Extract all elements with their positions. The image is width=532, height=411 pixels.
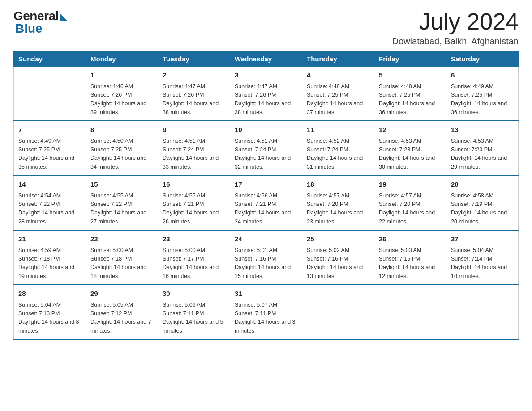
calendar-week-row: 21Sunrise: 4:59 AMSunset: 7:18 PMDayligh… xyxy=(14,230,519,285)
calendar-day-6: 6Sunrise: 4:49 AMSunset: 7:25 PMDaylight… xyxy=(446,67,519,121)
calendar-day-11: 11Sunrise: 4:52 AMSunset: 7:24 PMDayligh… xyxy=(302,121,374,176)
calendar-day-12: 12Sunrise: 4:53 AMSunset: 7:23 PMDayligh… xyxy=(374,121,446,176)
day-number: 2 xyxy=(163,70,225,81)
day-number: 1 xyxy=(90,70,153,81)
day-info: Sunrise: 4:50 AMSunset: 7:25 PMDaylight:… xyxy=(90,137,153,172)
day-number: 29 xyxy=(90,289,153,299)
location-label: Dowlatabad, Balkh, Afghanistan xyxy=(392,36,519,47)
calendar-week-row: 14Sunrise: 4:54 AMSunset: 7:22 PMDayligh… xyxy=(14,176,519,230)
day-number: 16 xyxy=(163,180,225,190)
day-info: Sunrise: 4:52 AMSunset: 7:24 PMDaylight:… xyxy=(307,137,369,172)
day-info: Sunrise: 4:49 AMSunset: 7:25 PMDaylight:… xyxy=(18,137,81,172)
calendar-day-14: 14Sunrise: 4:54 AMSunset: 7:22 PMDayligh… xyxy=(14,176,86,230)
calendar-day-15: 15Sunrise: 4:55 AMSunset: 7:22 PMDayligh… xyxy=(86,176,158,230)
calendar-day-18: 18Sunrise: 4:57 AMSunset: 7:20 PMDayligh… xyxy=(302,176,374,230)
day-info: Sunrise: 4:48 AMSunset: 7:25 PMDaylight:… xyxy=(307,82,369,117)
calendar-day-1: 1Sunrise: 4:46 AMSunset: 7:26 PMDaylight… xyxy=(86,67,158,121)
day-number: 26 xyxy=(379,234,442,244)
calendar-day-5: 5Sunrise: 4:48 AMSunset: 7:25 PMDaylight… xyxy=(374,67,446,121)
calendar-day-31: 31Sunrise: 5:07 AMSunset: 7:11 PMDayligh… xyxy=(230,285,302,339)
calendar-day-29: 29Sunrise: 5:05 AMSunset: 7:12 PMDayligh… xyxy=(86,285,158,339)
day-number: 30 xyxy=(163,289,225,299)
calendar-day-20: 20Sunrise: 4:58 AMSunset: 7:19 PMDayligh… xyxy=(446,176,519,230)
calendar-day-10: 10Sunrise: 4:51 AMSunset: 7:24 PMDayligh… xyxy=(230,121,302,176)
day-number: 11 xyxy=(307,125,369,135)
day-number: 22 xyxy=(90,234,153,244)
day-info: Sunrise: 4:48 AMSunset: 7:25 PMDaylight:… xyxy=(379,82,442,117)
page-header: General Blue July 2024 Dowlatabad, Balkh… xyxy=(13,9,519,47)
calendar-day-empty xyxy=(374,285,446,339)
day-info: Sunrise: 4:55 AMSunset: 7:21 PMDaylight:… xyxy=(163,192,225,227)
day-info: Sunrise: 4:51 AMSunset: 7:24 PMDaylight:… xyxy=(163,137,225,172)
day-number: 24 xyxy=(235,234,297,244)
calendar-day-empty xyxy=(302,285,374,339)
calendar-table: SundayMondayTuesdayWednesdayThursdayFrid… xyxy=(13,51,519,340)
day-number: 25 xyxy=(307,234,369,244)
day-info: Sunrise: 4:47 AMSunset: 7:26 PMDaylight:… xyxy=(163,82,225,117)
day-number: 10 xyxy=(235,125,297,135)
day-info: Sunrise: 4:46 AMSunset: 7:26 PMDaylight:… xyxy=(90,82,153,117)
day-number: 3 xyxy=(235,70,297,81)
logo: General Blue xyxy=(13,9,68,36)
calendar-day-13: 13Sunrise: 4:53 AMSunset: 7:23 PMDayligh… xyxy=(446,121,519,176)
day-number: 19 xyxy=(379,180,442,190)
day-info: Sunrise: 5:06 AMSunset: 7:11 PMDaylight:… xyxy=(163,301,225,336)
calendar-day-7: 7Sunrise: 4:49 AMSunset: 7:25 PMDaylight… xyxy=(14,121,86,176)
day-info: Sunrise: 4:56 AMSunset: 7:21 PMDaylight:… xyxy=(235,192,297,227)
calendar-week-row: 28Sunrise: 5:04 AMSunset: 7:13 PMDayligh… xyxy=(14,285,519,339)
day-info: Sunrise: 4:55 AMSunset: 7:22 PMDaylight:… xyxy=(90,192,153,227)
day-info: Sunrise: 4:53 AMSunset: 7:23 PMDaylight:… xyxy=(379,137,442,172)
calendar-day-3: 3Sunrise: 4:47 AMSunset: 7:26 PMDaylight… xyxy=(230,67,302,121)
calendar-day-28: 28Sunrise: 5:04 AMSunset: 7:13 PMDayligh… xyxy=(14,285,86,339)
column-header-friday: Friday xyxy=(374,51,446,67)
day-info: Sunrise: 4:47 AMSunset: 7:26 PMDaylight:… xyxy=(235,82,297,117)
calendar-day-4: 4Sunrise: 4:48 AMSunset: 7:25 PMDaylight… xyxy=(302,67,374,121)
day-info: Sunrise: 5:05 AMSunset: 7:12 PMDaylight:… xyxy=(90,301,153,336)
calendar-day-8: 8Sunrise: 4:50 AMSunset: 7:25 PMDaylight… xyxy=(86,121,158,176)
calendar-day-empty xyxy=(446,285,519,339)
day-info: Sunrise: 5:01 AMSunset: 7:16 PMDaylight:… xyxy=(235,246,297,281)
calendar-day-19: 19Sunrise: 4:57 AMSunset: 7:20 PMDayligh… xyxy=(374,176,446,230)
day-number: 15 xyxy=(90,180,153,190)
logo-blue-text: Blue xyxy=(13,21,43,36)
calendar-week-row: 1Sunrise: 4:46 AMSunset: 7:26 PMDaylight… xyxy=(14,67,519,121)
calendar-day-17: 17Sunrise: 4:56 AMSunset: 7:21 PMDayligh… xyxy=(230,176,302,230)
day-number: 8 xyxy=(90,125,153,135)
day-number: 6 xyxy=(451,70,514,81)
day-number: 5 xyxy=(379,70,442,81)
calendar-header-row: SundayMondayTuesdayWednesdayThursdayFrid… xyxy=(14,51,519,67)
day-info: Sunrise: 4:58 AMSunset: 7:19 PMDaylight:… xyxy=(451,192,514,227)
day-number: 7 xyxy=(18,125,81,135)
calendar-day-22: 22Sunrise: 5:00 AMSunset: 7:18 PMDayligh… xyxy=(86,230,158,285)
day-info: Sunrise: 5:02 AMSunset: 7:16 PMDaylight:… xyxy=(307,246,369,281)
logo-triangle-icon xyxy=(60,13,68,21)
calendar-day-24: 24Sunrise: 5:01 AMSunset: 7:16 PMDayligh… xyxy=(230,230,302,285)
column-header-sunday: Sunday xyxy=(14,51,86,67)
day-number: 31 xyxy=(235,289,297,299)
calendar-week-row: 7Sunrise: 4:49 AMSunset: 7:25 PMDaylight… xyxy=(14,121,519,176)
column-header-monday: Monday xyxy=(86,51,158,67)
day-info: Sunrise: 5:00 AMSunset: 7:17 PMDaylight:… xyxy=(163,246,225,281)
title-block: July 2024 Dowlatabad, Balkh, Afghanistan xyxy=(392,9,519,47)
day-info: Sunrise: 5:00 AMSunset: 7:18 PMDaylight:… xyxy=(90,246,153,281)
calendar-day-empty xyxy=(14,67,86,121)
calendar-day-16: 16Sunrise: 4:55 AMSunset: 7:21 PMDayligh… xyxy=(158,176,230,230)
column-header-wednesday: Wednesday xyxy=(230,51,302,67)
calendar-day-2: 2Sunrise: 4:47 AMSunset: 7:26 PMDaylight… xyxy=(158,67,230,121)
day-number: 14 xyxy=(18,180,81,190)
day-number: 12 xyxy=(379,125,442,135)
day-info: Sunrise: 4:59 AMSunset: 7:18 PMDaylight:… xyxy=(18,246,81,281)
column-header-saturday: Saturday xyxy=(446,51,519,67)
calendar-day-23: 23Sunrise: 5:00 AMSunset: 7:17 PMDayligh… xyxy=(158,230,230,285)
day-info: Sunrise: 5:04 AMSunset: 7:13 PMDaylight:… xyxy=(18,301,81,336)
day-info: Sunrise: 4:54 AMSunset: 7:22 PMDaylight:… xyxy=(18,192,81,227)
day-info: Sunrise: 5:03 AMSunset: 7:15 PMDaylight:… xyxy=(379,246,442,281)
day-info: Sunrise: 5:07 AMSunset: 7:11 PMDaylight:… xyxy=(235,301,297,336)
day-number: 17 xyxy=(235,180,297,190)
day-info: Sunrise: 4:57 AMSunset: 7:20 PMDaylight:… xyxy=(379,192,442,227)
day-info: Sunrise: 4:57 AMSunset: 7:20 PMDaylight:… xyxy=(307,192,369,227)
day-number: 27 xyxy=(451,234,514,244)
day-number: 13 xyxy=(451,125,514,135)
day-info: Sunrise: 4:49 AMSunset: 7:25 PMDaylight:… xyxy=(451,82,514,117)
calendar-day-25: 25Sunrise: 5:02 AMSunset: 7:16 PMDayligh… xyxy=(302,230,374,285)
